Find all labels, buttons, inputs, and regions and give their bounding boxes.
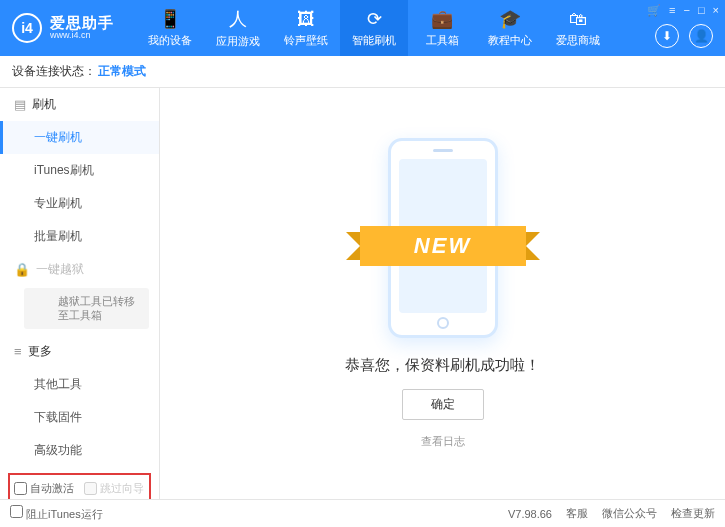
status-mode: 正常模式 <box>98 63 146 80</box>
phone-icon: 📱 <box>159 8 181 30</box>
nav-store[interactable]: 🛍爱思商城 <box>544 0 612 56</box>
sidebar-item-advanced[interactable]: 高级功能 <box>0 434 159 467</box>
confirm-button[interactable]: 确定 <box>402 389 484 420</box>
footer-link-update[interactable]: 检查更新 <box>671 506 715 521</box>
sidebar-group-more[interactable]: ≡ 更多 <box>0 335 159 368</box>
view-log-link[interactable]: 查看日志 <box>421 434 465 449</box>
menu-icon: ≡ <box>14 344 22 359</box>
apps-icon: 人 <box>229 7 247 31</box>
app-subtitle: www.i4.cn <box>50 31 114 41</box>
new-ribbon: NEW <box>360 226 526 266</box>
sidebar-options-box: 自动激活 跳过向导 <box>8 473 151 499</box>
flash-icon: ⟳ <box>367 8 382 30</box>
sidebar-item-itunes-flash[interactable]: iTunes刷机 <box>0 154 159 187</box>
header-right-icons: ⬇ 👤 <box>655 24 713 48</box>
wallpaper-icon: 🖼 <box>297 9 315 30</box>
cart-icon[interactable]: 🛒 <box>647 4 661 17</box>
sidebar-item-download-firmware[interactable]: 下载固件 <box>0 401 159 434</box>
status-label: 设备连接状态： <box>12 63 96 80</box>
menu-icon[interactable]: ≡ <box>669 4 675 17</box>
footer-link-wechat[interactable]: 微信公众号 <box>602 506 657 521</box>
main-nav: 📱我的设备 人应用游戏 🖼铃声壁纸 ⟳智能刷机 💼工具箱 🎓教程中心 🛍爱思商城 <box>136 0 612 56</box>
sidebar-item-pro-flash[interactable]: 专业刷机 <box>0 187 159 220</box>
app-header: i4 爱思助手 www.i4.cn 📱我的设备 人应用游戏 🖼铃声壁纸 ⟳智能刷… <box>0 0 725 56</box>
sidebar-item-oneclick-flash[interactable]: 一键刷机 <box>0 121 159 154</box>
close-button[interactable]: × <box>713 4 719 17</box>
version-label: V7.98.66 <box>508 508 552 520</box>
sidebar: ▤ 刷机 一键刷机 iTunes刷机 专业刷机 批量刷机 🔒 一键越狱 越狱工具… <box>0 88 160 499</box>
store-icon: 🛍 <box>569 9 587 30</box>
phone-illustration: NEW <box>388 138 498 338</box>
nav-smart-flash[interactable]: ⟳智能刷机 <box>340 0 408 56</box>
minimize-button[interactable]: − <box>683 4 689 17</box>
nav-tutorials[interactable]: 🎓教程中心 <box>476 0 544 56</box>
window-controls: 🛒 ≡ − □ × <box>647 4 719 17</box>
block-itunes-checkbox[interactable]: 阻止iTunes运行 <box>10 505 103 522</box>
toolbox-icon: 💼 <box>431 8 453 30</box>
nav-apps-games[interactable]: 人应用游戏 <box>204 0 272 56</box>
main-content: NEW 恭喜您，保资料刷机成功啦！ 确定 查看日志 <box>160 88 725 499</box>
sidebar-item-batch-flash[interactable]: 批量刷机 <box>0 220 159 253</box>
footer-link-support[interactable]: 客服 <box>566 506 588 521</box>
user-icon[interactable]: 👤 <box>689 24 713 48</box>
list-icon: ▤ <box>14 97 26 112</box>
nav-ringtones[interactable]: 🖼铃声壁纸 <box>272 0 340 56</box>
download-icon[interactable]: ⬇ <box>655 24 679 48</box>
app-title: 爱思助手 <box>50 15 114 32</box>
auto-activate-checkbox[interactable]: 自动激活 <box>14 481 74 496</box>
logo-icon: i4 <box>12 13 42 43</box>
footer: 阻止iTunes运行 V7.98.66 客服 微信公众号 检查更新 <box>0 499 725 527</box>
sidebar-jailbreak-note: 越狱工具已转移至工具箱 <box>24 288 149 329</box>
sidebar-group-flash[interactable]: ▤ 刷机 <box>0 88 159 121</box>
sidebar-item-other-tools[interactable]: 其他工具 <box>0 368 159 401</box>
sidebar-group-jailbreak: 🔒 一键越狱 <box>0 253 159 286</box>
nav-my-device[interactable]: 📱我的设备 <box>136 0 204 56</box>
success-message: 恭喜您，保资料刷机成功啦！ <box>345 356 540 375</box>
logo-area: i4 爱思助手 www.i4.cn <box>0 13 126 43</box>
lock-icon: 🔒 <box>14 262 30 277</box>
tutorial-icon: 🎓 <box>499 8 521 30</box>
maximize-button[interactable]: □ <box>698 4 705 17</box>
status-bar: 设备连接状态： 正常模式 <box>0 56 725 88</box>
skip-guide-checkbox[interactable]: 跳过向导 <box>84 481 144 496</box>
nav-toolbox[interactable]: 💼工具箱 <box>408 0 476 56</box>
